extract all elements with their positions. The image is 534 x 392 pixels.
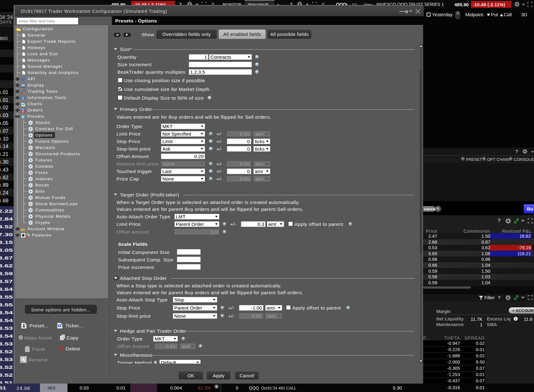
svg-text:A: A [22,357,25,362]
